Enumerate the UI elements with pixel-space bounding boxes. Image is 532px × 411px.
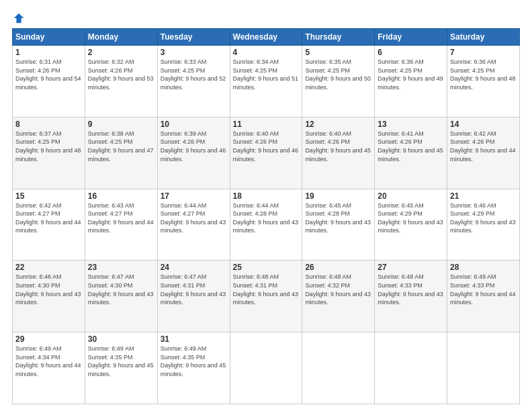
cell-day-number: 24	[161, 263, 227, 272]
cell-day-number: 16	[88, 191, 154, 201]
calendar-cell: 26 Sunrise: 6:48 AMSunset: 4:32 PMDaylig…	[302, 261, 375, 332]
calendar-cell: 29 Sunrise: 6:49 AMSunset: 4:34 PMDaylig…	[13, 332, 85, 404]
calendar-cell: 1 Sunrise: 6:31 AMSunset: 4:26 PMDayligh…	[13, 46, 85, 118]
calendar-cell: 2 Sunrise: 6:32 AMSunset: 4:26 PMDayligh…	[85, 46, 157, 118]
cell-info: Sunrise: 6:49 AMSunset: 4:33 PMDaylight:…	[450, 273, 516, 306]
calendar-cell: 25 Sunrise: 6:48 AMSunset: 4:31 PMDaylig…	[230, 261, 302, 332]
logo	[12, 12, 25, 21]
logo-text	[12, 12, 25, 24]
svg-marker-0	[14, 13, 24, 23]
calendar-cell: 12 Sunrise: 6:40 AMSunset: 4:26 PMDaylig…	[302, 117, 375, 189]
cell-info: Sunrise: 6:31 AMSunset: 4:26 PMDaylight:…	[15, 58, 81, 91]
calendar-cell: 14 Sunrise: 6:42 AMSunset: 4:26 PMDaylig…	[447, 117, 520, 189]
calendar-week-row: 29 Sunrise: 6:49 AMSunset: 4:34 PMDaylig…	[13, 332, 520, 404]
cell-day-number: 15	[15, 191, 82, 201]
calendar-cell: 15 Sunrise: 6:42 AMSunset: 4:27 PMDaylig…	[13, 189, 85, 261]
page: SundayMondayTuesdayWednesdayThursdayFrid…	[0, 0, 532, 411]
cell-info: Sunrise: 6:49 AMSunset: 4:35 PMDaylight:…	[161, 345, 226, 377]
calendar-cell: 10 Sunrise: 6:39 AMSunset: 4:26 PMDaylig…	[157, 117, 230, 189]
cell-info: Sunrise: 6:35 AMSunset: 4:25 PMDaylight:…	[305, 58, 371, 91]
cell-day-number: 31	[161, 334, 227, 344]
calendar-week-row: 1 Sunrise: 6:31 AMSunset: 4:26 PMDayligh…	[13, 46, 520, 118]
calendar-cell: 9 Sunrise: 6:38 AMSunset: 4:25 PMDayligh…	[85, 117, 157, 189]
cell-day-number: 1	[15, 48, 82, 57]
cell-info: Sunrise: 6:42 AMSunset: 4:26 PMDaylight:…	[450, 130, 516, 163]
cell-info: Sunrise: 6:39 AMSunset: 4:26 PMDaylight:…	[161, 130, 226, 163]
calendar-cell: 31 Sunrise: 6:49 AMSunset: 4:35 PMDaylig…	[157, 332, 230, 404]
cell-info: Sunrise: 6:45 AMSunset: 4:29 PMDaylight:…	[378, 202, 443, 234]
cell-day-number: 18	[233, 191, 300, 201]
weekday-header: Friday	[375, 29, 447, 46]
calendar-cell: 11 Sunrise: 6:40 AMSunset: 4:26 PMDaylig…	[230, 117, 302, 189]
calendar-header-row: SundayMondayTuesdayWednesdayThursdayFrid…	[13, 29, 520, 46]
cell-info: Sunrise: 6:44 AMSunset: 4:27 PMDaylight:…	[161, 202, 226, 234]
cell-day-number: 23	[88, 263, 154, 272]
cell-day-number: 4	[233, 48, 300, 57]
cell-day-number: 7	[450, 48, 517, 57]
calendar-cell: 19 Sunrise: 6:45 AMSunset: 4:28 PMDaylig…	[302, 189, 375, 261]
cell-day-number: 6	[378, 48, 444, 57]
calendar-week-row: 8 Sunrise: 6:37 AMSunset: 4:25 PMDayligh…	[13, 117, 520, 189]
cell-info: Sunrise: 6:49 AMSunset: 4:35 PMDaylight:…	[88, 345, 154, 377]
cell-info: Sunrise: 6:47 AMSunset: 4:31 PMDaylight:…	[161, 273, 226, 306]
cell-info: Sunrise: 6:36 AMSunset: 4:25 PMDaylight:…	[450, 58, 516, 91]
header	[12, 12, 520, 21]
cell-info: Sunrise: 6:48 AMSunset: 4:31 PMDaylight:…	[233, 273, 299, 306]
cell-info: Sunrise: 6:45 AMSunset: 4:28 PMDaylight:…	[305, 202, 371, 234]
cell-day-number: 2	[88, 48, 154, 57]
cell-info: Sunrise: 6:41 AMSunset: 4:26 PMDaylight:…	[378, 130, 443, 163]
cell-info: Sunrise: 6:48 AMSunset: 4:33 PMDaylight:…	[378, 273, 443, 306]
cell-day-number: 27	[378, 263, 444, 272]
cell-day-number: 9	[88, 120, 154, 129]
cell-info: Sunrise: 6:34 AMSunset: 4:25 PMDaylight:…	[233, 58, 299, 91]
cell-info: Sunrise: 6:49 AMSunset: 4:34 PMDaylight:…	[15, 345, 81, 377]
calendar-cell: 22 Sunrise: 6:46 AMSunset: 4:30 PMDaylig…	[13, 261, 85, 332]
calendar-cell: 6 Sunrise: 6:36 AMSunset: 4:25 PMDayligh…	[375, 46, 447, 118]
calendar-week-row: 15 Sunrise: 6:42 AMSunset: 4:27 PMDaylig…	[13, 189, 520, 261]
calendar-cell: 16 Sunrise: 6:43 AMSunset: 4:27 PMDaylig…	[85, 189, 157, 261]
cell-day-number: 30	[88, 334, 154, 344]
cell-info: Sunrise: 6:37 AMSunset: 4:25 PMDaylight:…	[15, 130, 81, 163]
cell-day-number: 29	[15, 334, 82, 344]
logo-icon	[13, 12, 25, 24]
cell-day-number: 3	[161, 48, 227, 57]
calendar-cell	[375, 332, 447, 404]
calendar-cell: 20 Sunrise: 6:45 AMSunset: 4:29 PMDaylig…	[375, 189, 447, 261]
calendar-cell: 23 Sunrise: 6:47 AMSunset: 4:30 PMDaylig…	[85, 261, 157, 332]
calendar-cell	[302, 332, 375, 404]
cell-info: Sunrise: 6:32 AMSunset: 4:26 PMDaylight:…	[88, 58, 154, 91]
calendar-cell: 27 Sunrise: 6:48 AMSunset: 4:33 PMDaylig…	[375, 261, 447, 332]
calendar-cell: 4 Sunrise: 6:34 AMSunset: 4:25 PMDayligh…	[230, 46, 302, 118]
calendar-cell: 3 Sunrise: 6:33 AMSunset: 4:25 PMDayligh…	[157, 46, 230, 118]
cell-info: Sunrise: 6:38 AMSunset: 4:25 PMDaylight:…	[88, 130, 154, 163]
cell-day-number: 12	[305, 120, 371, 129]
cell-day-number: 5	[305, 48, 371, 57]
cell-info: Sunrise: 6:48 AMSunset: 4:32 PMDaylight:…	[305, 273, 371, 306]
cell-day-number: 8	[15, 120, 82, 129]
calendar-cell: 30 Sunrise: 6:49 AMSunset: 4:35 PMDaylig…	[85, 332, 157, 404]
weekday-header: Monday	[85, 29, 157, 46]
calendar-cell: 21 Sunrise: 6:46 AMSunset: 4:29 PMDaylig…	[447, 189, 520, 261]
weekday-header: Sunday	[13, 29, 85, 46]
calendar-cell: 7 Sunrise: 6:36 AMSunset: 4:25 PMDayligh…	[447, 46, 520, 118]
cell-info: Sunrise: 6:33 AMSunset: 4:25 PMDaylight:…	[161, 58, 226, 91]
cell-info: Sunrise: 6:40 AMSunset: 4:26 PMDaylight:…	[233, 130, 299, 163]
calendar-cell	[447, 332, 520, 404]
calendar-cell: 8 Sunrise: 6:37 AMSunset: 4:25 PMDayligh…	[13, 117, 85, 189]
cell-day-number: 20	[378, 191, 444, 201]
cell-day-number: 26	[305, 263, 371, 272]
calendar-week-row: 22 Sunrise: 6:46 AMSunset: 4:30 PMDaylig…	[13, 261, 520, 332]
cell-day-number: 19	[305, 191, 371, 201]
cell-info: Sunrise: 6:42 AMSunset: 4:27 PMDaylight:…	[15, 202, 81, 234]
calendar-cell: 28 Sunrise: 6:49 AMSunset: 4:33 PMDaylig…	[447, 261, 520, 332]
cell-day-number: 21	[450, 191, 517, 201]
calendar-cell: 18 Sunrise: 6:44 AMSunset: 4:28 PMDaylig…	[230, 189, 302, 261]
weekday-header: Thursday	[302, 29, 375, 46]
cell-day-number: 22	[15, 263, 82, 272]
cell-info: Sunrise: 6:46 AMSunset: 4:30 PMDaylight:…	[15, 273, 81, 306]
calendar-table: SundayMondayTuesdayWednesdayThursdayFrid…	[12, 28, 520, 404]
weekday-header: Wednesday	[230, 29, 302, 46]
calendar-cell: 13 Sunrise: 6:41 AMSunset: 4:26 PMDaylig…	[375, 117, 447, 189]
calendar-cell: 24 Sunrise: 6:47 AMSunset: 4:31 PMDaylig…	[157, 261, 230, 332]
calendar-cell: 17 Sunrise: 6:44 AMSunset: 4:27 PMDaylig…	[157, 189, 230, 261]
